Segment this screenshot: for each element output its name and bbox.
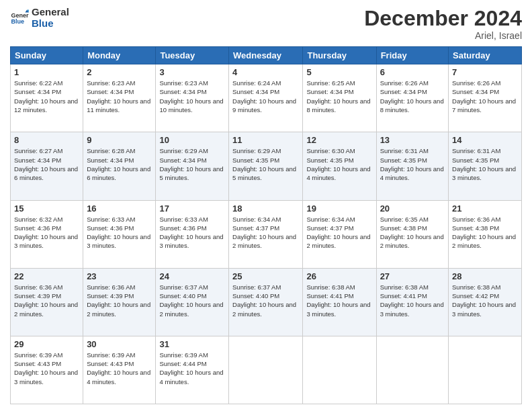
col-monday: Monday <box>83 47 156 64</box>
day-number: 15 <box>14 203 79 214</box>
week-row-4: 22Sunrise: 6:36 AM Sunset: 4:39 PM Dayli… <box>11 268 522 336</box>
day-number: 16 <box>87 203 152 214</box>
day-number: 7 <box>452 67 518 77</box>
table-row <box>376 336 448 404</box>
day-info: Sunrise: 6:29 AM Sunset: 4:35 PM Dayligh… <box>232 146 299 182</box>
table-row <box>449 336 522 404</box>
day-number: 20 <box>380 203 445 214</box>
logo: General Blue General Blue <box>10 7 69 29</box>
col-friday: Friday <box>376 47 448 64</box>
header: General Blue General Blue December 2024 … <box>10 7 522 41</box>
day-info: Sunrise: 6:27 AM Sunset: 4:34 PM Dayligh… <box>14 146 79 182</box>
day-number: 3 <box>159 67 225 77</box>
table-row: 2Sunrise: 6:23 AM Sunset: 4:34 PM Daylig… <box>83 64 156 132</box>
title-block: December 2024 Ariel, Israel <box>364 7 522 41</box>
day-info: Sunrise: 6:38 AM Sunset: 4:41 PM Dayligh… <box>306 283 372 318</box>
table-row: 1Sunrise: 6:22 AM Sunset: 4:34 PM Daylig… <box>11 64 83 132</box>
table-row: 20Sunrise: 6:35 AM Sunset: 4:38 PM Dayli… <box>376 200 448 268</box>
svg-text:Blue: Blue <box>11 18 24 25</box>
table-row: 28Sunrise: 6:38 AM Sunset: 4:42 PM Dayli… <box>449 268 522 336</box>
day-info: Sunrise: 6:39 AM Sunset: 4:43 PM Dayligh… <box>14 351 79 386</box>
week-row-3: 15Sunrise: 6:32 AM Sunset: 4:36 PM Dayli… <box>11 200 522 268</box>
table-row: 26Sunrise: 6:38 AM Sunset: 4:41 PM Dayli… <box>303 268 376 336</box>
day-number: 27 <box>380 271 445 281</box>
day-info: Sunrise: 6:34 AM Sunset: 4:37 PM Dayligh… <box>232 215 299 250</box>
table-row: 12Sunrise: 6:30 AM Sunset: 4:35 PM Dayli… <box>303 132 376 200</box>
table-row: 22Sunrise: 6:36 AM Sunset: 4:39 PM Dayli… <box>11 268 83 336</box>
logo-icon: General Blue <box>10 9 29 28</box>
table-row: 14Sunrise: 6:31 AM Sunset: 4:35 PM Dayli… <box>449 132 522 200</box>
col-sunday: Sunday <box>11 47 83 64</box>
day-number: 12 <box>306 135 372 145</box>
calendar-table: Sunday Monday Tuesday Wednesday Thursday… <box>10 46 522 404</box>
week-row-5: 29Sunrise: 6:39 AM Sunset: 4:43 PM Dayli… <box>11 336 522 404</box>
day-info: Sunrise: 6:33 AM Sunset: 4:36 PM Dayligh… <box>87 215 152 250</box>
table-row: 29Sunrise: 6:39 AM Sunset: 4:43 PM Dayli… <box>11 336 83 404</box>
table-row: 15Sunrise: 6:32 AM Sunset: 4:36 PM Dayli… <box>11 200 83 268</box>
day-info: Sunrise: 6:37 AM Sunset: 4:40 PM Dayligh… <box>159 283 225 318</box>
day-info: Sunrise: 6:23 AM Sunset: 4:34 PM Dayligh… <box>159 79 225 114</box>
table-row: 9Sunrise: 6:28 AM Sunset: 4:34 PM Daylig… <box>83 132 156 200</box>
day-number: 1 <box>14 67 79 77</box>
day-info: Sunrise: 6:24 AM Sunset: 4:34 PM Dayligh… <box>232 79 299 114</box>
day-info: Sunrise: 6:31 AM Sunset: 4:35 PM Dayligh… <box>452 146 518 182</box>
header-row: Sunday Monday Tuesday Wednesday Thursday… <box>11 47 522 64</box>
col-wednesday: Wednesday <box>229 47 303 64</box>
table-row: 6Sunrise: 6:26 AM Sunset: 4:34 PM Daylig… <box>376 64 448 132</box>
day-info: Sunrise: 6:33 AM Sunset: 4:36 PM Dayligh… <box>159 215 225 250</box>
table-row: 24Sunrise: 6:37 AM Sunset: 4:40 PM Dayli… <box>156 268 229 336</box>
table-row: 18Sunrise: 6:34 AM Sunset: 4:37 PM Dayli… <box>229 200 303 268</box>
day-info: Sunrise: 6:39 AM Sunset: 4:44 PM Dayligh… <box>159 351 225 386</box>
table-row <box>303 336 376 404</box>
week-row-1: 1Sunrise: 6:22 AM Sunset: 4:34 PM Daylig… <box>11 64 522 132</box>
day-info: Sunrise: 6:30 AM Sunset: 4:35 PM Dayligh… <box>306 146 372 182</box>
day-number: 5 <box>306 67 372 77</box>
svg-text:General: General <box>11 11 29 18</box>
day-number: 13 <box>380 135 445 145</box>
week-row-2: 8Sunrise: 6:27 AM Sunset: 4:34 PM Daylig… <box>11 132 522 200</box>
day-number: 29 <box>14 339 79 349</box>
day-info: Sunrise: 6:39 AM Sunset: 4:43 PM Dayligh… <box>87 351 152 386</box>
day-info: Sunrise: 6:32 AM Sunset: 4:36 PM Dayligh… <box>14 215 79 250</box>
day-number: 31 <box>159 339 225 349</box>
table-row: 23Sunrise: 6:36 AM Sunset: 4:39 PM Dayli… <box>83 268 156 336</box>
day-number: 28 <box>452 271 518 281</box>
day-info: Sunrise: 6:25 AM Sunset: 4:34 PM Dayligh… <box>306 79 372 114</box>
table-row: 8Sunrise: 6:27 AM Sunset: 4:34 PM Daylig… <box>11 132 83 200</box>
day-number: 19 <box>306 203 372 214</box>
table-row: 21Sunrise: 6:36 AM Sunset: 4:38 PM Dayli… <box>449 200 522 268</box>
table-row: 10Sunrise: 6:29 AM Sunset: 4:34 PM Dayli… <box>156 132 229 200</box>
day-info: Sunrise: 6:23 AM Sunset: 4:34 PM Dayligh… <box>87 79 152 114</box>
day-number: 22 <box>14 271 79 281</box>
day-info: Sunrise: 6:36 AM Sunset: 4:39 PM Dayligh… <box>87 283 152 318</box>
table-row: 19Sunrise: 6:34 AM Sunset: 4:37 PM Dayli… <box>303 200 376 268</box>
table-row: 13Sunrise: 6:31 AM Sunset: 4:35 PM Dayli… <box>376 132 448 200</box>
day-number: 26 <box>306 271 372 281</box>
day-number: 24 <box>159 271 225 281</box>
day-info: Sunrise: 6:36 AM Sunset: 4:38 PM Dayligh… <box>452 215 518 250</box>
table-row: 16Sunrise: 6:33 AM Sunset: 4:36 PM Dayli… <box>83 200 156 268</box>
day-info: Sunrise: 6:35 AM Sunset: 4:38 PM Dayligh… <box>380 215 445 250</box>
day-number: 18 <box>232 203 299 214</box>
day-info: Sunrise: 6:28 AM Sunset: 4:34 PM Dayligh… <box>87 146 152 182</box>
day-info: Sunrise: 6:37 AM Sunset: 4:40 PM Dayligh… <box>232 283 299 318</box>
day-number: 6 <box>380 67 445 77</box>
table-row: 30Sunrise: 6:39 AM Sunset: 4:43 PM Dayli… <box>83 336 156 404</box>
day-number: 9 <box>87 135 152 145</box>
day-number: 8 <box>14 135 79 145</box>
table-row: 17Sunrise: 6:33 AM Sunset: 4:36 PM Dayli… <box>156 200 229 268</box>
day-info: Sunrise: 6:26 AM Sunset: 4:34 PM Dayligh… <box>380 79 445 114</box>
day-number: 4 <box>232 67 299 77</box>
table-row: 27Sunrise: 6:38 AM Sunset: 4:41 PM Dayli… <box>376 268 448 336</box>
col-tuesday: Tuesday <box>156 47 229 64</box>
col-thursday: Thursday <box>303 47 376 64</box>
day-number: 2 <box>87 67 152 77</box>
table-row: 7Sunrise: 6:26 AM Sunset: 4:34 PM Daylig… <box>449 64 522 132</box>
day-info: Sunrise: 6:34 AM Sunset: 4:37 PM Dayligh… <box>306 215 372 250</box>
day-info: Sunrise: 6:31 AM Sunset: 4:35 PM Dayligh… <box>380 146 445 182</box>
logo-blue: Blue <box>32 18 69 30</box>
table-row <box>229 336 303 404</box>
day-info: Sunrise: 6:38 AM Sunset: 4:41 PM Dayligh… <box>380 283 445 318</box>
month-title: December 2024 <box>364 7 522 30</box>
col-saturday: Saturday <box>449 47 522 64</box>
